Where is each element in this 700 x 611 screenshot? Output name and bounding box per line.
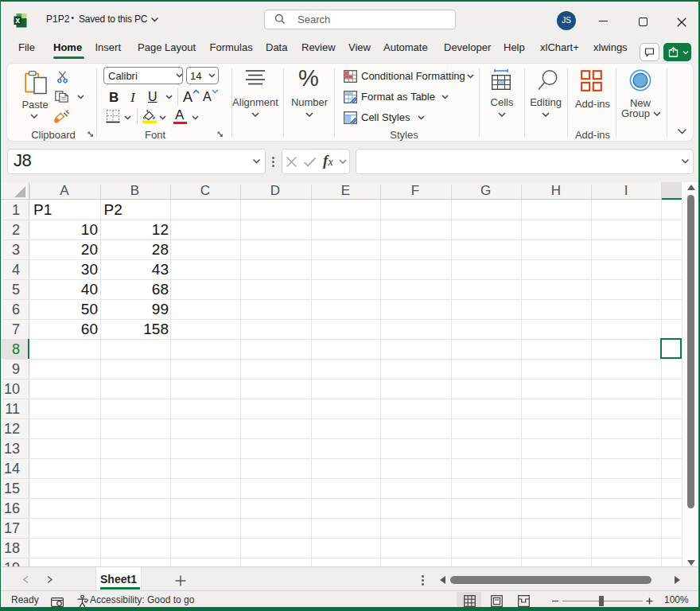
svg-text:x: x — [15, 15, 20, 25]
